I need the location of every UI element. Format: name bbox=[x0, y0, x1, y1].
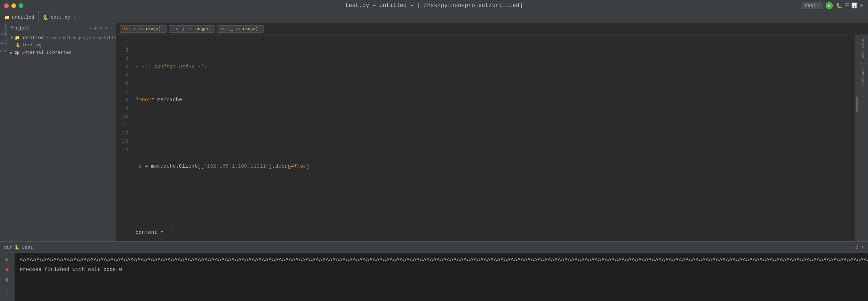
hint-chip-0[interactable]: for i in range(… bbox=[120, 25, 166, 33]
profile-icon[interactable]: 📊 bbox=[851, 2, 858, 9]
right-side-panels: Data View Database bbox=[859, 35, 868, 241]
external-label: External Libraries bbox=[22, 50, 72, 55]
scrollbar-thumb[interactable] bbox=[856, 97, 858, 112]
toolbar-icons: 🐛 ☰ 📊 ⚙ bbox=[836, 2, 863, 9]
run-panel: Run 🐍 test ⚙ ⬇ ▶ ■ ⏸ ≡ AAAAAAAAAAAAAAAAA… bbox=[0, 241, 868, 301]
output-finish-line: Process finished with exit code 0 bbox=[20, 266, 863, 274]
code-line-5 bbox=[135, 195, 850, 203]
sidebar-toolbar: Project ▾ ⚙ ⟳ ≡ ⋯ bbox=[7, 23, 116, 33]
code-hints-bar: for i in range(… for j in range(… for _ … bbox=[116, 23, 868, 35]
run-config-name: test bbox=[22, 245, 33, 250]
minimize-button[interactable] bbox=[11, 3, 16, 8]
more-icon[interactable]: ⋯ bbox=[110, 25, 113, 31]
run-config-label: test bbox=[805, 3, 816, 8]
code-editor[interactable]: # -*- coding: utf-8 -*- import memcache … bbox=[131, 35, 855, 241]
project-window-tab[interactable]: 📁 untitled bbox=[0, 11, 38, 23]
hint-chip-2[interactable]: for _ in range(… bbox=[217, 25, 264, 33]
favorites-icon[interactable]: 7: Structure bbox=[1, 40, 6, 46]
coverage-icon[interactable]: ☰ bbox=[844, 2, 849, 9]
project-root-label: untitled ~/hxk/python-project/untitled bbox=[22, 35, 119, 40]
debug-icon[interactable]: 🐛 bbox=[836, 2, 842, 9]
editor-scrollbar[interactable] bbox=[855, 35, 859, 241]
sidebar-title: Project bbox=[10, 26, 87, 31]
run-scroll-button[interactable]: ≡ bbox=[3, 286, 11, 294]
main-content: 1: Project 2: Structure 7: Structure Pro… bbox=[0, 23, 868, 241]
right-panel: for i in range(… for j in range(… for _ … bbox=[116, 23, 868, 241]
dropdown-icon[interactable]: ▾ bbox=[90, 26, 92, 31]
output-aaa-line: AAAAAAAAAAAAAAAAAAAAAAAAAAAAAAAAAAAAAAAA… bbox=[20, 256, 863, 264]
run-panel-icons: ⚙ ⬇ bbox=[856, 245, 864, 250]
expand-collapsed-icon: ▶ bbox=[10, 50, 13, 55]
run-play-button[interactable]: ▶ bbox=[3, 255, 11, 263]
code-line-1: # -*- coding: utf-8 -*- bbox=[135, 63, 850, 71]
run-stop-button[interactable]: ■ bbox=[3, 266, 11, 274]
run-config[interactable]: test ▾ bbox=[802, 2, 823, 9]
settings-icon[interactable]: ⚙ bbox=[860, 2, 863, 9]
maximize-button[interactable] bbox=[19, 3, 23, 8]
titlebar-right: test ▾ 🐛 ☰ 📊 ⚙ bbox=[802, 2, 863, 9]
window-tab-label: untitled bbox=[12, 15, 34, 20]
database-tab[interactable]: Database bbox=[859, 63, 868, 89]
file-label: test.py bbox=[22, 43, 42, 48]
data-view-tab[interactable]: Data View bbox=[859, 35, 868, 63]
file-tab-separator: 🐍 test.py ✕ bbox=[38, 11, 80, 23]
external-icon: 📚 bbox=[15, 50, 20, 55]
run-panel-label: Run 🐍 test bbox=[4, 245, 33, 250]
scroll-lock-icon[interactable]: ⬇ bbox=[861, 245, 864, 250]
titlebar: test.py – untitled – [~/hxk/python-proje… bbox=[0, 0, 868, 11]
sync-icon[interactable]: ⟳ bbox=[99, 25, 103, 31]
file-tree-sidebar: Project ▾ ⚙ ⟳ ≡ ⋯ ▼ 📁 untitled ~/hxk/pyt… bbox=[7, 23, 116, 241]
sidebar-toolbar-icons: ⚙ ⟳ ≡ ⋯ bbox=[94, 25, 113, 31]
expand-icon: ▼ bbox=[10, 35, 13, 40]
left-activity-bar: 1: Project 2: Structure 7: Structure bbox=[0, 23, 7, 241]
run-icon: 🐍 bbox=[14, 245, 20, 250]
close-button[interactable] bbox=[4, 3, 9, 8]
code-line-3 bbox=[135, 129, 850, 137]
py-file-icon: 🐍 bbox=[43, 15, 49, 20]
run-panel-header: Run 🐍 test ⚙ ⬇ bbox=[0, 242, 868, 253]
settings-run-icon[interactable]: ⚙ bbox=[856, 245, 859, 250]
run-panel-body: ▶ ■ ⏸ ≡ AAAAAAAAAAAAAAAAAAAAAAAAAAAAAAAA… bbox=[0, 253, 868, 301]
tabs-bar: 📁 untitled 🐍 test.py ✕ bbox=[0, 11, 868, 23]
collapse-icon[interactable]: ≡ bbox=[105, 25, 107, 31]
tree-item-testpy[interactable]: 🐍 test.py bbox=[12, 42, 116, 49]
line-numbers: 1 2 3 4 5 6 7 8 9 10 11 12 13 14 bbox=[116, 35, 131, 241]
file-tab-label[interactable]: test.py bbox=[51, 15, 70, 20]
folder-icon: 📁 bbox=[15, 35, 20, 40]
hint-chip-1[interactable]: for j in range(… bbox=[168, 25, 215, 33]
run-panel-sidebar: ▶ ■ ⏸ ≡ bbox=[0, 253, 14, 301]
tab-close-icon[interactable]: ✕ bbox=[74, 15, 76, 20]
code-line-4: mc = memcache.Client(['192.168.1.100:112… bbox=[135, 162, 850, 170]
code-line-2: import memcache bbox=[135, 96, 850, 104]
gear-icon[interactable]: ⚙ bbox=[94, 25, 97, 31]
run-output: AAAAAAAAAAAAAAAAAAAAAAAAAAAAAAAAAAAAAAAA… bbox=[14, 253, 868, 301]
editor-area: 1 2 3 4 5 6 7 8 9 10 11 12 13 14 # -*- c… bbox=[116, 35, 868, 241]
tree-item-root[interactable]: ▼ 📁 untitled ~/hxk/python-project/untitl… bbox=[7, 34, 116, 42]
window-controls[interactable] bbox=[4, 3, 23, 8]
py-icon: 🐍 bbox=[16, 43, 21, 48]
file-tree: ▼ 📁 untitled ~/hxk/python-project/untitl… bbox=[7, 33, 116, 241]
folder-icon: 📁 bbox=[4, 15, 10, 20]
run-text: Run bbox=[4, 245, 12, 250]
window-title: test.py – untitled – [~/hxk/python-proje… bbox=[345, 2, 523, 9]
tree-item-external[interactable]: ▶ 📚 External Libraries bbox=[7, 49, 116, 56]
chevron-down-icon: ▾ bbox=[817, 3, 819, 8]
run-pause-button[interactable]: ⏸ bbox=[3, 276, 11, 284]
run-button[interactable] bbox=[826, 2, 833, 9]
code-line-6: content = '' bbox=[135, 228, 850, 237]
